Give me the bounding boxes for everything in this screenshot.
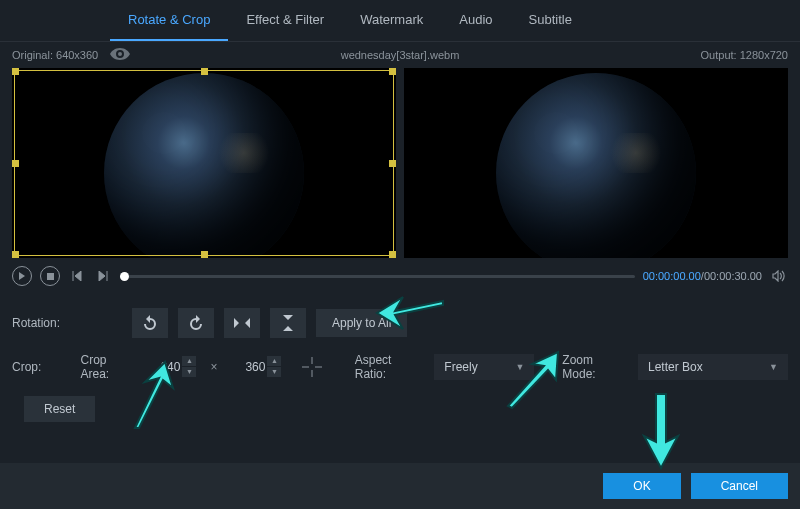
crop-handle-tr[interactable]	[389, 68, 396, 75]
next-frame-button[interactable]	[94, 267, 112, 285]
flip-horizontal-button[interactable]	[224, 308, 260, 338]
crop-handle-tm[interactable]	[201, 68, 208, 75]
tab-effect-filter[interactable]: Effect & Filter	[228, 0, 342, 41]
crop-area-label: Crop Area:	[81, 353, 137, 381]
chevron-down-icon: ▼	[769, 362, 778, 372]
info-bar: Original: 640x360 wednesday[3star].webm …	[0, 42, 800, 68]
filename-label: wednesday[3star].webm	[341, 49, 460, 61]
stop-button[interactable]	[40, 266, 60, 286]
crop-handle-bm[interactable]	[201, 251, 208, 258]
original-preview[interactable]	[12, 68, 396, 258]
time-total: 00:00:30.00	[704, 270, 762, 282]
zoom-mode-select[interactable]: Letter Box ▼	[638, 354, 788, 380]
crop-frame[interactable]	[14, 70, 394, 256]
volume-icon[interactable]	[770, 267, 788, 285]
prev-frame-button[interactable]	[68, 267, 86, 285]
ok-button[interactable]: OK	[603, 473, 680, 499]
height-down[interactable]: ▼	[267, 367, 281, 377]
visibility-icon[interactable]	[110, 48, 130, 62]
zoom-mode-value: Letter Box	[648, 360, 703, 374]
rotation-label: Rotation:	[12, 316, 72, 330]
cancel-button[interactable]: Cancel	[691, 473, 788, 499]
crop-handle-tl[interactable]	[12, 68, 19, 75]
footer-bar: OK Cancel	[0, 463, 800, 509]
tab-audio[interactable]: Audio	[441, 0, 510, 41]
reset-button[interactable]: Reset	[24, 396, 95, 422]
height-up[interactable]: ▲	[267, 356, 281, 366]
output-size-label: Output: 1280x720	[701, 49, 788, 61]
tab-bar: Rotate & Crop Effect & Filter Watermark …	[0, 0, 800, 42]
play-button[interactable]	[12, 266, 32, 286]
svg-rect-0	[47, 273, 54, 280]
playhead[interactable]	[120, 272, 129, 281]
crop-handle-bl[interactable]	[12, 251, 19, 258]
preview-area	[0, 68, 800, 258]
crop-handle-mr[interactable]	[389, 160, 396, 167]
original-size-label: Original: 640x360	[12, 49, 98, 61]
aspect-ratio-value: Freely	[444, 360, 477, 374]
aspect-ratio-label: Aspect Ratio:	[355, 353, 425, 381]
timeline-slider[interactable]	[120, 275, 635, 278]
width-down[interactable]: ▼	[182, 367, 196, 377]
crop-handle-ml[interactable]	[12, 160, 19, 167]
tab-rotate-crop[interactable]: Rotate & Crop	[110, 0, 228, 41]
crop-width-field[interactable]	[146, 360, 180, 374]
aspect-ratio-select[interactable]: Freely ▼	[434, 354, 534, 380]
zoom-mode-label: Zoom Mode:	[562, 353, 628, 381]
chevron-down-icon: ▼	[515, 362, 524, 372]
width-up[interactable]: ▲	[182, 356, 196, 366]
dimension-separator: ×	[210, 360, 217, 374]
time-display: 00:00:00.00/00:00:30.00	[643, 270, 762, 282]
time-current: 00:00:00.00	[643, 270, 701, 282]
crop-height-input[interactable]: ▲▼	[231, 356, 281, 378]
center-crop-button[interactable]	[297, 352, 326, 382]
flip-vertical-button[interactable]	[270, 308, 306, 338]
output-preview	[404, 68, 788, 258]
rotate-right-button[interactable]	[178, 308, 214, 338]
crop-label: Crop:	[12, 360, 71, 374]
tab-watermark[interactable]: Watermark	[342, 0, 441, 41]
rotate-left-button[interactable]	[132, 308, 168, 338]
player-bar: 00:00:00.00/00:00:30.00	[0, 258, 800, 294]
controls-panel: Rotation: Apply to All Crop: Crop Area: …	[0, 294, 800, 440]
crop-handle-br[interactable]	[389, 251, 396, 258]
tab-subtitle[interactable]: Subtitle	[511, 0, 590, 41]
apply-to-all-button[interactable]: Apply to All	[316, 309, 407, 337]
crop-height-field[interactable]	[231, 360, 265, 374]
crop-width-input[interactable]: ▲▼	[146, 356, 196, 378]
